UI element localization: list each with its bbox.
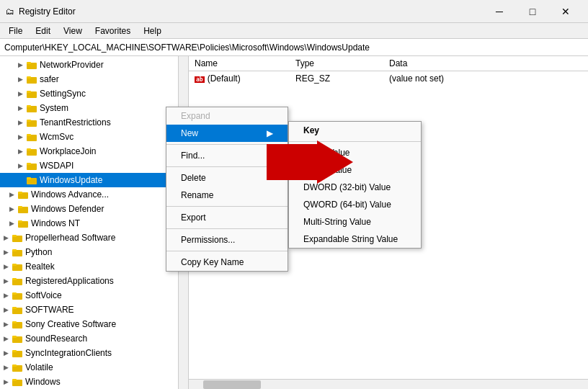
expand-arrow: ▶ [0, 261, 12, 272]
svg-rect-1 [27, 62, 31, 64]
folder-icon [12, 318, 23, 330]
hscrollbar[interactable] [189, 379, 588, 389]
expand-arrow: ▶ [0, 275, 12, 287]
tree-label: Propellerhead Software [25, 233, 115, 243]
tree-item-wsdapi[interactable]: ▶ WSDAPI [0, 158, 188, 173]
ctx-find[interactable]: Find... [166, 147, 288, 164]
svg-rect-43 [12, 365, 17, 367]
tree-label: TenantRestrictions [40, 117, 111, 128]
submenu-expandable-value[interactable]: Expandable String Value [289, 231, 421, 248]
tree-item-windowsupdate[interactable]: WindowsUpdate [0, 173, 188, 187]
menu-help[interactable]: Help [138, 24, 167, 37]
tree-item-workplacejoin[interactable]: ▶ WorkplaceJoin [0, 144, 188, 158]
value-type: REG_SZ [290, 73, 383, 84]
tree-item-volatile[interactable]: ▶ Volatile [0, 360, 188, 375]
tree-item-windowsnt[interactable]: ▶ Windows NT [0, 216, 188, 231]
app-title: Registry Editor [19, 6, 76, 17]
svg-rect-31 [12, 278, 17, 280]
tree-item-windowsadvanced[interactable]: ▶ Windows Advance... [0, 187, 188, 202]
tree-scroll[interactable]: ▶ NetworkProvider ▶ safer ▶ [0, 56, 188, 389]
menu-view[interactable]: View [58, 24, 88, 37]
tree-label: SyncIntegrationClients [25, 348, 112, 358]
tree-item-softvoice[interactable]: ▶ SoftVoice [0, 288, 188, 303]
tree-item-realtek[interactable]: ▶ Realtek [0, 259, 188, 274]
ctx-copy-key[interactable]: Copy Key Name [166, 254, 288, 271]
ctx-permissions[interactable]: Permissions... [166, 231, 288, 249]
value-row-default[interactable]: ab(Default) REG_SZ (value not set) [189, 71, 588, 86]
tree-item-networkprovider[interactable]: ▶ NetworkProvider [0, 58, 188, 72]
ctx-delete[interactable]: Delete [166, 169, 288, 187]
expand-arrow: ▶ [14, 73, 26, 85]
tree-item-registeredapps[interactable]: ▶ RegisteredApplications [0, 274, 188, 288]
tree-label: Windows Defender [31, 204, 104, 214]
svg-rect-5 [27, 91, 31, 93]
submenu-multistring-value[interactable]: Multi-String Value [289, 213, 421, 231]
tree-item-windowsdefender[interactable]: ▶ Windows Defender [0, 202, 188, 216]
tree-item-tenantrestrictions[interactable]: ▶ TenantRestrictions [0, 115, 188, 130]
tree-item-windows[interactable]: ▶ Windows [0, 375, 188, 389]
ctx-export[interactable]: Export [166, 209, 288, 226]
expand-arrow: ▶ [0, 347, 12, 359]
submenu-binary-value[interactable]: Binary Value [289, 161, 421, 179]
ctx-new-label: New [181, 128, 198, 138]
tree-label: RegisteredApplications [25, 276, 114, 286]
folder-icon [12, 304, 23, 316]
submenu-string-value[interactable]: String Value [289, 144, 421, 161]
hscrollbar-thumb[interactable] [203, 380, 261, 389]
svg-rect-29 [12, 264, 17, 266]
tree-item-syncintegration[interactable]: ▶ SyncIntegrationClients [0, 346, 188, 360]
minimize-button[interactable]: ─ [483, 0, 516, 23]
menu-edit[interactable]: Edit [30, 24, 56, 37]
close-button[interactable]: ✕ [549, 0, 582, 23]
folder-icon [26, 131, 37, 143]
tree-item-python[interactable]: ▶ Python [0, 245, 188, 259]
maximize-button[interactable]: □ [516, 0, 549, 23]
folder-icon [26, 59, 37, 71]
ctx-expand[interactable]: Expand [166, 107, 288, 125]
tree-label: SoundResearch [25, 334, 87, 344]
menu-file[interactable]: File [3, 24, 28, 37]
tree-item-system[interactable]: ▶ System [0, 101, 188, 115]
svg-rect-27 [12, 249, 17, 251]
submenu-key[interactable]: Key [289, 122, 421, 139]
expand-arrow: ▶ [0, 232, 12, 243]
submenu-qword-value[interactable]: QWORD (64-bit) Value [289, 196, 421, 213]
expand-arrow: ▶ [14, 131, 26, 143]
expand-arrow: ▶ [6, 218, 17, 229]
expand-arrow: ▶ [14, 59, 26, 71]
title-bar: 🗂 Registry Editor ─ □ ✕ [0, 0, 588, 23]
ctx-rename[interactable]: Rename [166, 187, 288, 204]
menu-favorites[interactable]: Favorites [89, 24, 136, 37]
ctx-sep5 [166, 251, 288, 251]
tree-item-propellerhead[interactable]: ▶ Propellerhead Software [0, 231, 188, 245]
tree-item-sonycreative[interactable]: ▶ Sony Creative Software [0, 317, 188, 331]
svg-rect-19 [18, 192, 22, 194]
tree-label: Sony Creative Software [25, 319, 116, 329]
svg-rect-3 [27, 76, 31, 79]
tree-item-software[interactable]: ▶ SOFTWARE [0, 303, 188, 317]
folder-icon [26, 146, 37, 157]
tree-item-soundresearch[interactable]: ▶ SoundResearch [0, 331, 188, 346]
folder-icon [17, 218, 29, 229]
tree-item-safer[interactable]: ▶ safer [0, 72, 188, 86]
tree-panel: ▶ NetworkProvider ▶ safer ▶ [0, 56, 189, 389]
svg-rect-35 [12, 307, 17, 309]
submenu-dword-value[interactable]: DWORD (32-bit) Value [289, 179, 421, 196]
svg-rect-9 [27, 120, 31, 122]
expand-arrow: ▶ [6, 189, 17, 200]
tree-item-settingsync[interactable]: ▶ SettingSync [0, 86, 188, 101]
address-path: Computer\HKEY_LOCAL_MACHINE\SOFTWARE\Pol… [4, 43, 370, 53]
ctx-new[interactable]: New ▶ [166, 125, 288, 142]
ctx-sep1 [166, 144, 288, 145]
expand-arrow: ▶ [0, 318, 12, 330]
expand-arrow: ▶ [0, 362, 12, 373]
svg-rect-11 [27, 134, 31, 136]
expand-arrow: ▶ [6, 203, 17, 215]
tree-item-wcmsvc[interactable]: ▶ WcmSvc [0, 130, 188, 144]
expand-arrow: ▶ [14, 146, 26, 157]
value-data: (value not set) [383, 73, 588, 84]
expand-arrow: ▶ [0, 304, 12, 316]
ctx-submenu-arrow: ▶ [267, 128, 273, 138]
value-name: ab(Default) [189, 73, 290, 84]
folder-icon [12, 333, 23, 344]
